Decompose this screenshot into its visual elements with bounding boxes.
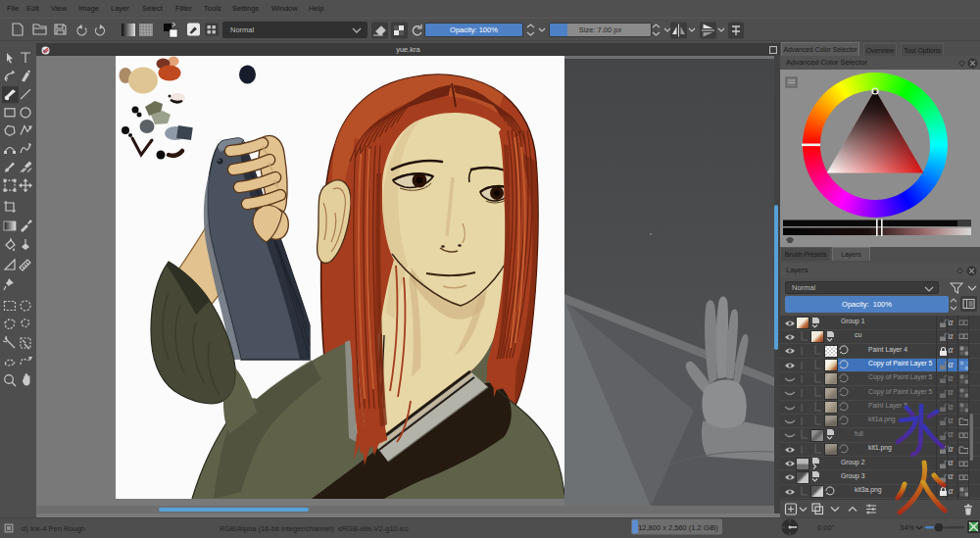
svg-text:12,800 x 2,560 (1.2 GiB): 12,800 x 2,560 (1.2 GiB) [638, 523, 718, 532]
svg-text:34%: 34% [900, 523, 914, 532]
svg-text:0.00°: 0.00° [817, 523, 835, 532]
